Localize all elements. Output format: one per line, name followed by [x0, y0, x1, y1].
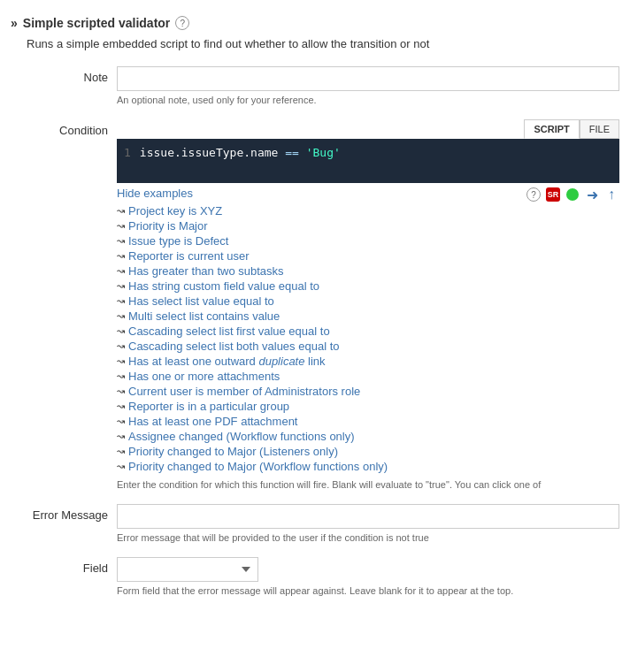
example-item: ↝ Multi select list contains value — [117, 309, 619, 324]
example-link[interactable]: Has select list value equal to — [128, 294, 274, 308]
bullet-icon: ↝ — [117, 401, 125, 412]
hide-examples-link[interactable]: Hide examples — [117, 187, 193, 200]
example-item: ↝ Issue type is Defect — [117, 233, 619, 248]
condition-label: Condition — [11, 119, 108, 137]
example-item: ↝ Cascading select list first value equa… — [117, 324, 619, 339]
code-prefix: issue.issueType.name — [140, 146, 279, 159]
section-title: Simple scripted validator — [23, 16, 171, 30]
condition-footer: Enter the condition for which this funct… — [117, 479, 619, 490]
field-content: Form field that the error message will a… — [117, 557, 619, 596]
code-str: 'Bug' — [306, 146, 341, 159]
example-item: ↝ Has select list value equal to — [117, 294, 619, 309]
example-item: ↝ Has one or more attachments — [117, 369, 619, 384]
arrow-blue-icon[interactable]: ➜ — [584, 187, 600, 202]
example-item: ↝ Has string custom field value equal to — [117, 279, 619, 294]
example-item: ↝ Has greater than two subtasks — [117, 263, 619, 279]
examples-list: ↝ Project key is XYZ ↝ Priority is Major… — [117, 203, 619, 474]
field-label: Field — [11, 557, 108, 575]
error-message-content: Error message that will be provided to t… — [117, 504, 619, 543]
bullet-icon: ↝ — [117, 220, 125, 232]
example-link[interactable]: Project key is XYZ — [128, 204, 222, 218]
bullet-icon: ↝ — [117, 431, 125, 442]
error-message-hint: Error message that will be provided to t… — [117, 532, 619, 543]
example-link[interactable]: Has at least one PDF attachment — [128, 415, 297, 428]
bullet-icon: ↝ — [117, 461, 125, 472]
code-op: == — [278, 146, 305, 159]
help-icon[interactable]: ? — [175, 16, 189, 30]
example-item: ↝ Project key is XYZ — [117, 203, 619, 218]
section-arrow-icon: » — [11, 16, 18, 30]
note-row: Note An optional note, used only for you… — [0, 59, 630, 112]
example-link[interactable]: Reporter is current user — [128, 249, 250, 263]
example-link[interactable]: Assignee changed (Workflow functions onl… — [128, 430, 355, 443]
bullet-icon: ↝ — [117, 446, 125, 457]
example-item: ↝ Cascading select list both values equa… — [117, 339, 619, 354]
example-link[interactable]: Reporter is in a particular group — [128, 400, 289, 413]
note-input[interactable] — [117, 66, 619, 91]
bullet-icon: ↝ — [117, 416, 125, 427]
example-item: ↝ Reporter is in a particular group — [117, 399, 619, 414]
example-item: ↝ Reporter is current user — [117, 248, 619, 263]
field-row: Field Form field that the error message … — [0, 550, 630, 603]
plugin-icon[interactable]: SR — [545, 187, 561, 202]
example-item: ↝ Has at least one outward duplicate lin… — [117, 354, 619, 369]
section-header: » Simple scripted validator ? — [0, 9, 630, 37]
condition-area: SCRIPT FILE 1 issue.issueType.name == 'B… — [117, 119, 619, 490]
file-tab[interactable]: FILE — [580, 119, 619, 139]
example-item: ↝ Priority changed to Major (Listeners o… — [117, 444, 619, 459]
bullet-icon: ↝ — [117, 295, 125, 307]
example-link[interactable]: Current user is member of Administrators… — [128, 385, 360, 398]
example-item: ↝ Has at least one PDF attachment — [117, 414, 619, 429]
bullet-icon: ↝ — [117, 355, 125, 367]
icon-bar: ? SR ➜ ↑ — [526, 187, 619, 202]
bullet-icon: ↝ — [117, 205, 125, 217]
green-dot — [566, 188, 579, 201]
bullet-icon: ↝ — [117, 386, 125, 397]
example-link[interactable]: Issue type is Defect — [128, 234, 228, 248]
condition-row: Condition SCRIPT FILE 1 issue.issueType.… — [0, 112, 630, 497]
example-link[interactable]: Has string custom field value equal to — [128, 279, 319, 293]
status-green-icon[interactable] — [565, 187, 580, 202]
example-link[interactable]: Cascading select list both values equal … — [128, 340, 339, 353]
error-message-label: Error Message — [11, 504, 108, 522]
example-link[interactable]: Priority is Major — [128, 219, 208, 233]
example-item: ↝ Assignee changed (Workflow functions o… — [117, 429, 619, 444]
bullet-icon: ↝ — [117, 235, 125, 247]
bullet-icon: ↝ — [117, 265, 125, 277]
examples-section: ? SR ➜ ↑ Hide examples ↝ Project key is … — [117, 187, 619, 490]
example-link[interactable]: Has one or more attachments — [128, 370, 280, 383]
example-link[interactable]: Cascading select list first value equal … — [128, 325, 330, 338]
example-item: ↝ Priority is Major — [117, 218, 619, 233]
note-label: Note — [11, 66, 108, 84]
bullet-icon: ↝ — [117, 280, 125, 292]
code-editor[interactable]: 1 issue.issueType.name == 'Bug' — [117, 139, 619, 183]
note-hint: An optional note, used only for your ref… — [117, 95, 619, 105]
arrow-up-icon[interactable]: ↑ — [603, 187, 619, 202]
help-circle-icon[interactable]: ? — [526, 187, 542, 202]
line-number: 1 — [124, 146, 131, 159]
example-link[interactable]: Priority changed to Major (Workflow func… — [128, 460, 388, 473]
tab-bar: SCRIPT FILE — [117, 119, 619, 139]
example-link[interactable]: Priority changed to Major (Listeners onl… — [128, 445, 338, 458]
plugin-badge: SR — [546, 187, 560, 202]
example-link[interactable]: Has greater than two subtasks — [128, 264, 284, 278]
bullet-icon: ↝ — [117, 325, 125, 337]
bullet-icon: ↝ — [117, 310, 125, 322]
error-message-row: Error Message Error message that will be… — [0, 497, 630, 550]
field-hint: Form field that the error message will a… — [117, 585, 619, 596]
code-content: issue.issueType.name == 'Bug' — [140, 146, 341, 159]
bullet-icon: ↝ — [117, 370, 125, 382]
example-link[interactable]: Has at least one outward duplicate link — [128, 355, 326, 368]
example-link[interactable]: Multi select list contains value — [128, 309, 280, 323]
example-item: ↝ Priority changed to Major (Workflow fu… — [117, 459, 619, 474]
error-message-input[interactable] — [117, 504, 619, 529]
script-tab[interactable]: SCRIPT — [524, 119, 579, 139]
field-select[interactable] — [117, 557, 258, 582]
bullet-icon: ↝ — [117, 250, 125, 262]
example-item: ↝ Current user is member of Administrato… — [117, 384, 619, 399]
note-content: An optional note, used only for your ref… — [117, 66, 619, 105]
bullet-icon: ↝ — [117, 340, 125, 352]
section-description: Runs a simple embedded script to find ou… — [0, 37, 630, 59]
